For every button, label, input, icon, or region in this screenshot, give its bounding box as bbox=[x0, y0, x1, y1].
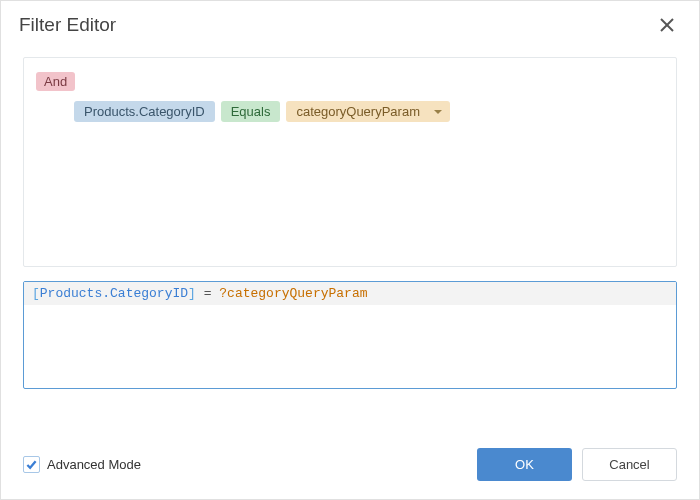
condition-operator-chip[interactable]: Equals bbox=[221, 101, 281, 122]
expr-open-bracket: [ bbox=[32, 286, 40, 301]
cancel-button[interactable]: Cancel bbox=[582, 448, 677, 481]
filter-condition-row: Products.CategoryID Equals categoryQuery… bbox=[74, 101, 664, 122]
expr-field: Products.CategoryID bbox=[40, 286, 188, 301]
dialog-footer: Advanced Mode OK Cancel bbox=[1, 434, 699, 499]
close-icon bbox=[660, 18, 674, 32]
advanced-mode-checkbox[interactable]: Advanced Mode bbox=[23, 456, 141, 473]
checkbox-box bbox=[23, 456, 40, 473]
check-icon bbox=[26, 459, 37, 470]
ok-button[interactable]: OK bbox=[477, 448, 572, 481]
dialog-header: Filter Editor bbox=[1, 1, 699, 45]
condition-field-chip[interactable]: Products.CategoryID bbox=[74, 101, 215, 122]
dialog-title: Filter Editor bbox=[19, 14, 116, 36]
condition-value-label: categoryQueryParam bbox=[296, 104, 420, 119]
expr-eq: = bbox=[196, 286, 219, 301]
group-operator[interactable]: And bbox=[36, 72, 75, 91]
dialog-body: And Products.CategoryID Equals categoryQ… bbox=[1, 45, 699, 434]
expr-param-prefix: ? bbox=[219, 286, 227, 301]
filter-editor-dialog: Filter Editor And Products.CategoryID Eq… bbox=[0, 0, 700, 500]
expression-text: [Products.CategoryID] = ?categoryQueryPa… bbox=[24, 282, 676, 305]
chevron-down-icon bbox=[434, 110, 442, 114]
expr-param: categoryQueryParam bbox=[227, 286, 367, 301]
footer-buttons: OK Cancel bbox=[477, 448, 677, 481]
advanced-mode-label: Advanced Mode bbox=[47, 457, 141, 472]
expression-editor[interactable]: [Products.CategoryID] = ?categoryQueryPa… bbox=[23, 281, 677, 389]
visual-filter-area: And Products.CategoryID Equals categoryQ… bbox=[23, 57, 677, 267]
condition-value-chip[interactable]: categoryQueryParam bbox=[286, 101, 450, 122]
expr-close-bracket: ] bbox=[188, 286, 196, 301]
close-button[interactable] bbox=[653, 11, 681, 39]
